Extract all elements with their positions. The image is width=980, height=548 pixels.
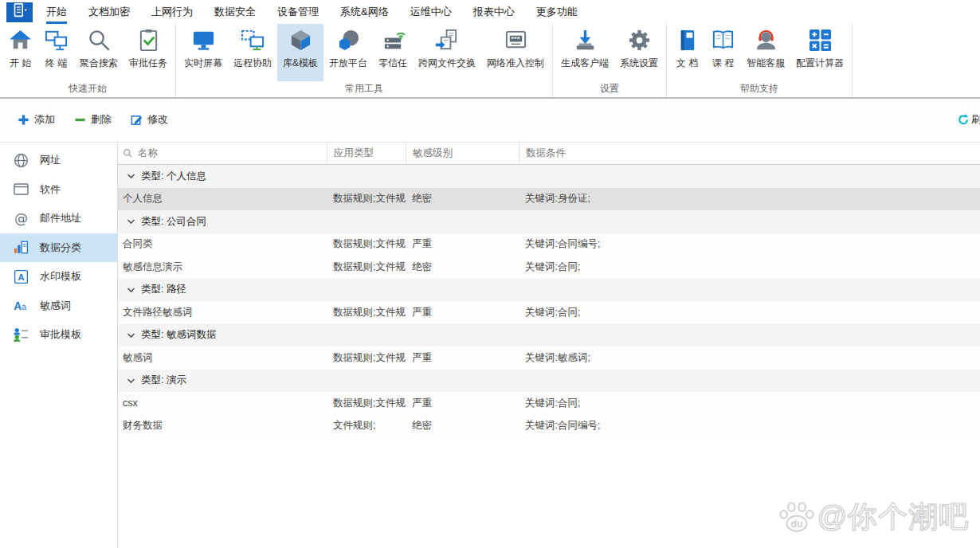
cell-condition: 关键词:合同;	[519, 260, 980, 274]
headset-icon	[754, 28, 778, 53]
table-row[interactable]: 财务数据文件规则;绝密关键词:合同编号;	[118, 415, 980, 438]
ribbon-item-ai-support[interactable]: 智能客服	[741, 24, 790, 81]
ribbon-item-terminal[interactable]: 终 端	[38, 24, 74, 81]
table-row[interactable]: 个人信息数据规则;文件规则;绝密关键词:身份证;	[118, 188, 980, 211]
column-header-1[interactable]: 应用类型	[327, 143, 406, 164]
delete-button[interactable]: 删除	[74, 112, 112, 127]
tab-doc-encrypt[interactable]: 文档加密	[88, 0, 130, 24]
ribbon-item-open-platform[interactable]: 开放平台	[323, 24, 373, 81]
cell-condition: 关键词:合同;	[519, 397, 980, 410]
ribbon-item-label-realtime-screen: 实时屏幕	[184, 57, 222, 70]
column-header-0[interactable]: 名称	[118, 143, 327, 164]
sidebar-item-email-address[interactable]: @邮件地址	[0, 204, 117, 233]
refresh-label: 刷新	[971, 112, 980, 127]
client-download-icon	[573, 28, 598, 53]
clipboard-check-icon	[136, 28, 161, 53]
sidebar-item-website[interactable]: 网址	[0, 146, 117, 175]
ribbon-item-approval-task[interactable]: 审批任务	[123, 24, 173, 81]
ribbon-item-system-settings[interactable]: 系统设置	[614, 24, 664, 81]
group-row[interactable]: 类型: 路径	[118, 279, 980, 302]
sidebar-item-label-watermark-template: 水印模板	[40, 269, 81, 284]
column-header-2[interactable]: 敏感级别	[406, 143, 519, 164]
tab-system-network[interactable]: 系统&网络	[340, 0, 389, 24]
table-row[interactable]: 敏感词数据规则;文件规则;严重关键词:敏感词;	[118, 346, 980, 370]
group-row-label: 类型: 个人信息	[141, 170, 206, 183]
ribbon-group-items-help-support: 文 档课 程智能客服配置计算器	[669, 24, 849, 81]
tab-start[interactable]: 开始	[46, 0, 67, 24]
sidebar-item-label-data-category: 数据分类	[40, 241, 81, 255]
window-icon	[13, 181, 29, 198]
add-button[interactable]: 添加	[18, 112, 55, 127]
sidebar-item-label-sensitive-word: 敏感词	[40, 299, 71, 313]
action-toolbar: 添加删除修改 刷新	[0, 99, 980, 140]
sidebar-item-approval-template[interactable]: 审批模板	[0, 320, 117, 350]
sidebar-item-watermark-template[interactable]: A水印模板	[0, 262, 117, 292]
tab-report-center[interactable]: 报表中心	[473, 0, 515, 24]
table-header: 名称应用类型敏感级别数据条件	[118, 143, 980, 165]
ribbon: 开 始终 端聚合搜索审批任务快速开始实时屏幕远程协助库&模板开放平台零信任跨网文…	[0, 24, 980, 99]
ribbon-group-label-common-tools: 常用工具	[178, 81, 550, 97]
file-exchange-icon	[435, 28, 460, 53]
menu-icon	[10, 2, 30, 22]
sidebar-item-software[interactable]: 软件	[0, 175, 117, 205]
ribbon-item-label-config-calculator: 配置计算器	[796, 57, 844, 70]
tab-ops-center[interactable]: 运维中心	[410, 0, 452, 24]
group-row[interactable]: 类型: 个人信息	[118, 165, 980, 188]
sidebar-item-sensitive-word[interactable]: Aa敏感词	[0, 292, 117, 321]
data-category-icon	[13, 239, 29, 256]
table-row[interactable]: 文件路径敏感词数据规则;文件规则;严重关键词:合同;	[118, 301, 980, 324]
tab-more-features[interactable]: 更多功能	[536, 0, 578, 24]
refresh-button[interactable]: 刷新	[958, 99, 980, 140]
group-row[interactable]: 类型: 公司合同	[118, 210, 980, 233]
ribbon-item-zero-trust[interactable]: 零信任	[373, 24, 413, 81]
sidebar-item-data-category[interactable]: 数据分类	[0, 233, 117, 263]
ribbon-group-label-quick-start: 快速开始	[2, 81, 173, 97]
cell-name: 财务数据	[118, 419, 327, 433]
group-row[interactable]: 类型: 演示	[118, 370, 980, 393]
sidebar-item-label-email-address: 邮件地址	[40, 211, 81, 225]
sidebar-item-label-software: 软件	[40, 182, 61, 197]
cell-level: 严重	[406, 351, 519, 365]
table-row[interactable]: 敏感信息演示数据规则;文件规则;绝密关键词:合同;	[118, 256, 980, 279]
column-header-3[interactable]: 数据条件	[519, 143, 980, 164]
edit-icon	[131, 114, 143, 126]
remote-icon	[241, 28, 265, 53]
sidebar: 网址软件@邮件地址数据分类A水印模板Aa敏感词审批模板	[0, 143, 118, 548]
cell-level: 绝密	[406, 260, 519, 274]
modify-button[interactable]: 修改	[131, 112, 168, 127]
ribbon-item-cross-net-exchange[interactable]: 跨网文件交换	[413, 24, 481, 81]
ribbon-item-network-access[interactable]: 网络准入控制	[481, 24, 550, 81]
tab-web-behavior[interactable]: 上网行为	[151, 0, 193, 24]
server-wifi-icon	[381, 28, 406, 53]
ribbon-item-label-terminal: 终 端	[45, 57, 67, 70]
ribbon-item-aggregate-search[interactable]: 聚合搜索	[74, 24, 123, 81]
sidebar-item-label-website: 网址	[40, 153, 61, 167]
ribbon-item-course[interactable]: 课 程	[705, 24, 741, 81]
cell-app-type: 数据规则;文件规则;	[327, 260, 406, 274]
ribbon-item-realtime-screen[interactable]: 实时屏幕	[178, 24, 228, 81]
tab-data-security[interactable]: 数据安全	[214, 0, 256, 24]
cell-app-type: 数据规则;文件规则;	[327, 351, 406, 365]
group-row[interactable]: 类型: 敏感词数据	[118, 324, 980, 347]
ribbon-group-items-quick-start: 开 始终 端聚合搜索审批任务	[2, 24, 173, 81]
ribbon-item-label-open-platform: 开放平台	[329, 57, 367, 70]
sidebar-item-label-approval-template: 审批模板	[40, 327, 81, 342]
ribbon-item-start[interactable]: 开 始	[2, 24, 38, 81]
column-header-label-3: 数据条件	[526, 147, 566, 160]
modify-button-label: 修改	[147, 112, 168, 127]
plus-icon	[18, 114, 29, 126]
tab-device-mgmt[interactable]: 设备管理	[277, 0, 319, 24]
cell-level: 绝密	[406, 419, 519, 433]
table-panel: 名称应用类型敏感级别数据条件 类型: 个人信息个人信息数据规则;文件规则;绝密关…	[118, 143, 980, 548]
search-icon	[87, 28, 112, 53]
cell-condition: 关键词:身份证;	[519, 192, 980, 206]
ribbon-item-remote-assist[interactable]: 远程协助	[228, 24, 277, 81]
ribbon-item-document[interactable]: 文 档	[669, 24, 705, 81]
main-menu-button[interactable]	[6, 2, 33, 22]
ribbon-item-lib-template[interactable]: 库&模板	[277, 24, 323, 81]
ribbon-item-client-gen[interactable]: 生成客户端	[555, 24, 614, 81]
ribbon-item-config-calculator[interactable]: 配置计算器	[790, 24, 849, 81]
table-row[interactable]: csx数据规则;文件规则;严重关键词:合同;	[118, 392, 980, 415]
tab-bar: 开始文档加密上网行为数据安全设备管理系统&网络运维中心报表中心更多功能	[0, 0, 980, 24]
table-row[interactable]: 合同类数据规则;文件规则;严重关键词:合同编号;	[118, 233, 980, 256]
